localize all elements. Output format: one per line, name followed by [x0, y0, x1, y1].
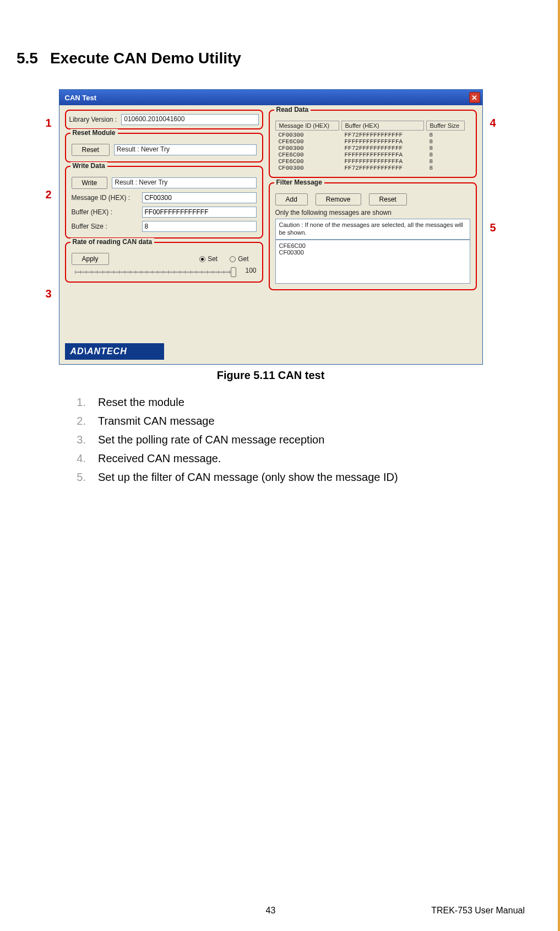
rate-legend: Rate of reading CAN data [70, 238, 155, 246]
write-legend: Write Data [70, 162, 107, 170]
step-number: 1. [72, 393, 86, 412]
close-icon[interactable]: ✕ [469, 92, 480, 103]
step-item: 4.Received CAN message. [72, 449, 525, 468]
filter-add-button[interactable]: Add [275, 193, 308, 205]
filter-reset-button[interactable]: Reset [369, 193, 407, 205]
step-item: 5.Set up the filter of CAN message (only… [72, 468, 525, 486]
filter-remove-button[interactable]: Remove [316, 193, 361, 205]
section-heading: 5.5 Execute CAN Demo Utility [17, 50, 525, 67]
window-title: CAN Test [65, 94, 97, 102]
window-titlebar[interactable]: CAN Test ✕ [59, 90, 482, 105]
write-data-group: Write Data Write Result : Never Try Mess… [65, 166, 263, 239]
figure-caption: Figure 5.11 CAN test [17, 369, 525, 382]
reset-legend: Reset Module [70, 129, 118, 137]
step-item: 1.Reset the module [72, 393, 525, 412]
page-footer: 43 TREK-753 User Manual [0, 906, 558, 916]
can-test-window: CAN Test ✕ Library Version : 010600.2010… [59, 89, 483, 365]
screenshot-figure: 1 2 3 4 5 CAN Test ✕ Library Version : [48, 89, 494, 365]
advantech-logo: AD\ANTECH [65, 343, 164, 360]
read-table-header: Message ID (HEX) Buffer (HEX) Buffer Siz… [275, 121, 470, 131]
step-number: 3. [72, 430, 86, 449]
reset-result: Result : Never Try [114, 144, 257, 155]
read-rows: CF00300FF72FFFFFFFFFFFF8CFE6C00FFFFFFFFF… [275, 132, 470, 171]
library-version-value: 010600.2010041600 [121, 114, 258, 125]
th-msgid[interactable]: Message ID (HEX) [275, 121, 339, 131]
apply-button[interactable]: Apply [72, 253, 109, 265]
callout-3: 3 [46, 288, 52, 300]
step-number: 5. [72, 468, 86, 486]
table-row[interactable]: CF00300FF72FFFFFFFFFFFF8 [275, 145, 470, 151]
reset-module-group: Reset Module Reset Result : Never Try [65, 133, 263, 163]
write-result: Result : Never Try [112, 177, 256, 188]
th-buffer[interactable]: Buffer (HEX) [341, 121, 424, 131]
library-version-label: Library Version : [69, 116, 117, 123]
step-text: Received CAN message. [98, 449, 221, 468]
th-bufsize[interactable]: Buffer Size [426, 121, 465, 131]
step-item: 2.Transmit CAN message [72, 412, 525, 430]
radio-get[interactable]: Get [230, 255, 248, 263]
read-data-group: Read Data Message ID (HEX) Buffer (HEX) … [269, 110, 477, 178]
filter-caution: Caution : If none of the messages are se… [275, 219, 470, 240]
section-title: Execute CAN Demo Utility [50, 50, 241, 67]
rate-slider[interactable] [75, 270, 237, 274]
step-number: 2. [72, 412, 86, 430]
library-version-row: Library Version : 010600.2010041600 [65, 110, 263, 129]
step-list: 1.Reset the module2.Transmit CAN message… [72, 393, 525, 486]
step-text: Transmit CAN message [98, 412, 215, 430]
section-number: 5.5 [17, 50, 38, 67]
msgid-label: Message ID (HEX) : [72, 194, 138, 202]
table-row[interactable]: CF00300FF72FFFFFFFFFFFF8 [275, 165, 470, 171]
step-item: 3.Set the polling rate of CAN message re… [72, 430, 525, 449]
buffer-label: Buffer (HEX) : [72, 208, 138, 216]
list-item[interactable]: CF00300 [279, 249, 466, 256]
msgid-input[interactable] [142, 192, 257, 203]
callout-1: 1 [46, 117, 52, 129]
document-page: 5.5 Execute CAN Demo Utility 1 2 3 4 5 C… [0, 0, 560, 931]
step-text: Set up the filter of CAN message (only s… [98, 468, 398, 486]
table-row[interactable]: CFE6C00FFFFFFFFFFFFFFFA8 [275, 138, 470, 145]
write-button[interactable]: Write [72, 177, 108, 189]
read-legend: Read Data [274, 106, 311, 113]
rate-group: Rate of reading CAN data Apply Set Get [65, 242, 263, 283]
radio-set[interactable]: Set [199, 255, 218, 263]
bufsize-input[interactable] [142, 221, 257, 232]
table-row[interactable]: CF00300FF72FFFFFFFFFFFF8 [275, 132, 470, 138]
table-row[interactable]: CFE6C00FFFFFFFFFFFFFFFA8 [275, 158, 470, 165]
table-row[interactable]: CFE6C00FFFFFFFFFFFFFFFA8 [275, 151, 470, 158]
manual-name: TREK-753 User Manual [431, 906, 525, 916]
filter-message-group: Filter Message Add Remove Reset Only the… [269, 182, 477, 290]
rate-value: 100 [245, 267, 256, 274]
callout-4: 4 [490, 117, 496, 129]
list-item[interactable]: CFE6C00 [279, 242, 466, 249]
callout-5: 5 [490, 221, 496, 234]
step-text: Reset the module [98, 393, 184, 412]
filter-listbox[interactable]: CFE6C00CF00300 [275, 240, 470, 284]
buffer-input[interactable] [142, 207, 257, 218]
step-text: Set the polling rate of CAN message rece… [98, 430, 324, 449]
reset-button[interactable]: Reset [72, 144, 110, 156]
filter-note: Only the following messages are shown [275, 209, 470, 216]
step-number: 4. [72, 449, 86, 468]
callout-2: 2 [46, 188, 52, 201]
filter-legend: Filter Message [274, 178, 324, 186]
bufsize-label: Buffer Size : [72, 223, 138, 230]
